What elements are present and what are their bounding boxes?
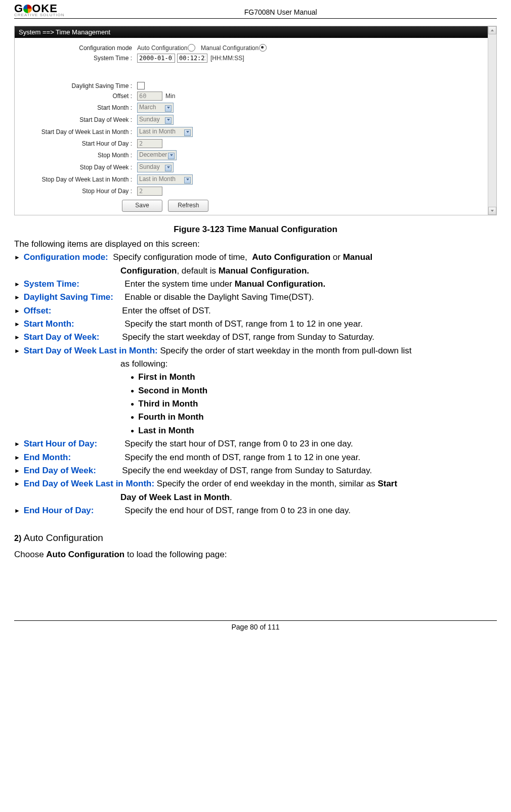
- radio-manual-config[interactable]: [259, 44, 267, 52]
- bullet-third: ●Third in Month: [131, 397, 497, 411]
- logo-o-icon: [23, 5, 32, 13]
- input-date[interactable]: [137, 54, 175, 63]
- select-stop-dow[interactable]: Sunday: [137, 162, 174, 172]
- brand-logo: GOKE CREATIVE SOLUTION: [14, 3, 65, 17]
- input-stop-hour[interactable]: [137, 187, 162, 196]
- section-2-header: 2) Auto Configuration: [14, 532, 497, 544]
- select-start-dow[interactable]: Sunday: [137, 115, 174, 125]
- scroll-down-arrow-icon[interactable]: [488, 207, 496, 215]
- refresh-button[interactable]: Refresh: [168, 200, 208, 212]
- label-offset: Offset :: [21, 93, 137, 100]
- label-stop-dow: Stop Day of Week :: [21, 164, 137, 171]
- footer-divider: [14, 620, 497, 621]
- chevron-down-icon: [167, 119, 170, 121]
- select-start-month[interactable]: March: [137, 103, 174, 113]
- item-start-hour: ► Start Hour of Day: Specify the start h…: [14, 437, 497, 450]
- label-system-time: System Time :: [21, 55, 137, 62]
- screenshot-panel: System ==> Time Management Configuration…: [14, 26, 497, 215]
- time-hint: [HH:MM:SS]: [210, 55, 244, 62]
- item-system-time: ► System Time: Enter the system time und…: [14, 278, 497, 291]
- chevron-down-icon: [167, 107, 170, 109]
- logo-subtitle: CREATIVE SOLUTION: [14, 13, 65, 17]
- item-offset: ► Offset: Enter the offset of DST.: [14, 304, 497, 318]
- label-start-dow-last: Start Day of Week Last in Month :: [21, 128, 137, 136]
- window-title-bar: System ==> Time Management: [15, 26, 496, 38]
- label-stop-hour: Stop Hour of Day :: [21, 188, 137, 195]
- select-stop-month[interactable]: December: [137, 150, 177, 160]
- item-start-dow-last-line2: as following:: [14, 357, 497, 371]
- item-end-month: ► End Month: Specify the end month of DS…: [14, 451, 497, 464]
- label-start-hour: Start Hour of Day :: [21, 140, 137, 147]
- item-config-mode-line2: Configuration, default is Manual Configu…: [14, 264, 497, 278]
- chevron-down-icon: [186, 131, 189, 133]
- label-dst: Daylight Saving Time :: [21, 82, 137, 89]
- radio-label-manual: Manual Configuration: [201, 44, 259, 52]
- label-stop-month: Stop Month :: [21, 152, 137, 159]
- label-config-mode: Configuration mode: [21, 44, 137, 52]
- select-stop-dow-last[interactable]: Last in Month: [137, 174, 193, 185]
- header-divider: [14, 18, 497, 19]
- item-start-dow-last-line1: ► Start Day of Week Last in Month: Speci…: [14, 344, 497, 357]
- input-offset[interactable]: [137, 92, 162, 101]
- item-dst: ► Daylight Saving Time: Enable or disabl…: [14, 291, 497, 304]
- input-time[interactable]: [177, 54, 207, 63]
- checkbox-dst[interactable]: [137, 82, 145, 89]
- item-end-dow-last-line1: ► End Day of Week Last in Month: Specify…: [14, 477, 497, 490]
- item-config-mode-line1: ► Configuration mode: Specify configurat…: [14, 251, 497, 264]
- label-stop-dow-last: Stop Day of Week Last in Month :: [21, 176, 137, 183]
- bullet-first: ●First in Month: [131, 371, 497, 384]
- auto-config-line: Choose Auto Configuration to load the fo…: [14, 550, 497, 560]
- item-end-hour: ► End Hour of Day: Specify the end hour …: [14, 504, 497, 517]
- item-start-month: ► Start Month: Specify the start month o…: [14, 318, 497, 331]
- item-start-dow: ► Start Day of Week: Specify the start w…: [14, 331, 497, 344]
- item-end-dow: ► End Day of Week: Specify the end weekd…: [14, 464, 497, 477]
- intro-line: The following items are displayed on thi…: [14, 238, 497, 251]
- radio-label-auto: Auto Configuration: [137, 44, 187, 52]
- offset-unit: Min: [165, 93, 175, 100]
- scroll-up-arrow-icon[interactable]: [488, 26, 496, 34]
- chevron-down-icon: [167, 166, 170, 168]
- scrollbar-vertical[interactable]: [488, 26, 496, 215]
- chevron-down-icon: [170, 154, 173, 156]
- page-number: Page 80 of 111: [14, 623, 497, 631]
- radio-auto-config[interactable]: [188, 44, 195, 52]
- bullet-second: ●Second in Month: [131, 384, 497, 397]
- select-start-dow-last[interactable]: Last in Month: [137, 127, 193, 137]
- bullet-fourth: ●Fourth in Month: [131, 411, 497, 424]
- label-start-dow: Start Day of Week :: [21, 116, 137, 123]
- doc-title: FG7008N User Manual: [65, 8, 497, 17]
- save-button[interactable]: Save: [122, 200, 162, 212]
- input-start-hour[interactable]: [137, 139, 162, 148]
- figure-caption: Figure 3-123 Time Manual Configuration: [14, 224, 497, 235]
- item-end-dow-last-line2: Day of Week Last in Month.: [14, 491, 497, 504]
- chevron-down-icon: [186, 178, 189, 181]
- label-start-month: Start Month :: [21, 104, 137, 111]
- bullet-last: ●Last in Month: [131, 424, 497, 437]
